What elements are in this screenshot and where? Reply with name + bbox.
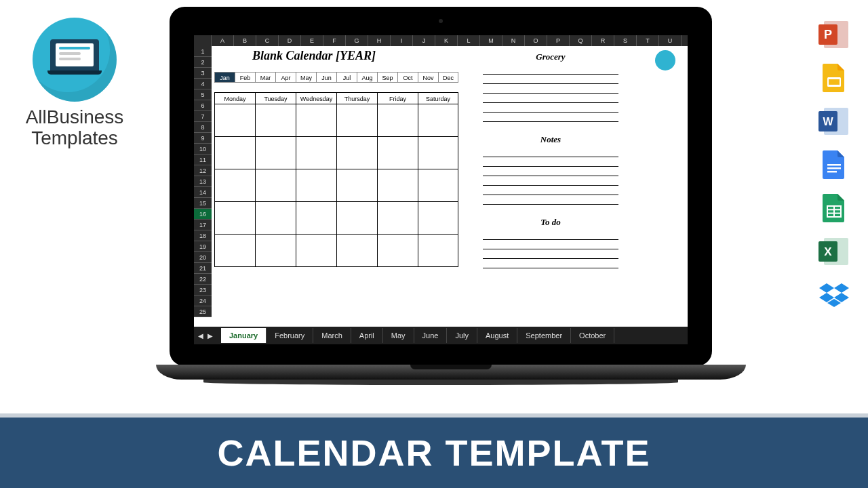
column-header[interactable]: F	[323, 35, 346, 46]
month-tab[interactable]: Apr	[275, 72, 296, 83]
column-header[interactable]: B	[234, 35, 256, 46]
row-header[interactable]: 17	[194, 220, 212, 230]
row-header[interactable]: 3	[194, 68, 212, 79]
list-line[interactable]	[483, 167, 618, 176]
month-tab[interactable]: Feb	[235, 72, 255, 83]
calendar-cell[interactable]	[418, 235, 458, 267]
calendar-cell[interactable]	[377, 169, 418, 202]
sheet-grid-area[interactable]: Blank Calendar [YEAR] JanFebMarAprMayJun…	[212, 46, 688, 327]
list-line[interactable]	[483, 195, 618, 205]
calendar-cell[interactable]	[336, 104, 377, 137]
calendar-cell[interactable]	[296, 202, 336, 235]
calendar-cell[interactable]	[214, 137, 255, 169]
calendar-cell[interactable]	[296, 235, 336, 267]
row-header[interactable]: 13	[194, 176, 212, 187]
calendar-cell[interactable]	[255, 104, 296, 137]
calendar-cell[interactable]	[214, 169, 255, 202]
sheet-tab[interactable]: January	[221, 328, 267, 343]
select-all-corner[interactable]	[194, 35, 212, 46]
next-tab-icon[interactable]: ▶	[208, 332, 213, 340]
calendar-cell[interactable]	[214, 235, 255, 267]
row-header[interactable]: 11	[194, 155, 212, 165]
list-line[interactable]	[483, 75, 618, 84]
row-header[interactable]: 1	[194, 46, 212, 57]
row-header[interactable]: 8	[194, 122, 212, 133]
month-tab[interactable]: Jun	[316, 72, 336, 83]
sheet-tab[interactable]: July	[447, 328, 477, 343]
calendar-cell[interactable]	[336, 235, 377, 267]
calendar-cell[interactable]	[255, 235, 296, 267]
list-line[interactable]	[483, 249, 618, 259]
row-header[interactable]: 10	[194, 144, 212, 155]
list-line[interactable]	[483, 148, 618, 157]
calendar-cell[interactable]	[418, 202, 458, 235]
row-header[interactable]: 12	[194, 165, 212, 176]
calendar-cell[interactable]	[336, 202, 377, 235]
month-tab[interactable]: Oct	[397, 72, 418, 83]
row-header[interactable]: 15	[194, 198, 212, 209]
row-header[interactable]: 19	[194, 241, 212, 252]
calendar-cell[interactable]	[418, 169, 458, 202]
list-line[interactable]	[483, 103, 618, 113]
tab-nav-arrows[interactable]: ◀ ▶	[198, 332, 213, 340]
month-tab[interactable]: Mar	[255, 72, 275, 83]
column-header[interactable]: K	[435, 35, 458, 46]
column-header[interactable]: A	[212, 35, 234, 46]
calendar-cell[interactable]	[255, 169, 296, 202]
sheet-tab[interactable]: May	[383, 328, 414, 343]
row-header[interactable]: 25	[194, 306, 212, 317]
row-header[interactable]: 14	[194, 187, 212, 198]
column-header[interactable]: S	[614, 35, 637, 46]
list-line[interactable]	[483, 186, 618, 195]
row-header[interactable]: 6	[194, 100, 212, 111]
column-header[interactable]: D	[279, 35, 301, 46]
list-line[interactable]	[483, 84, 618, 94]
column-header[interactable]: L	[458, 35, 480, 46]
list-line[interactable]	[483, 113, 618, 122]
calendar-cell[interactable]	[418, 104, 458, 137]
column-header[interactable]: G	[346, 35, 368, 46]
list-line[interactable]	[483, 94, 618, 103]
calendar-cell[interactable]	[296, 137, 336, 169]
calendar-cell[interactable]	[336, 137, 377, 169]
column-header[interactable]: P	[547, 35, 570, 46]
month-tab[interactable]: Dec	[438, 72, 458, 83]
column-header[interactable]: O	[525, 35, 547, 46]
month-tab[interactable]: May	[296, 72, 316, 83]
calendar-cell[interactable]	[214, 104, 255, 137]
row-header[interactable]: 2	[194, 57, 212, 68]
calendar-cell[interactable]	[255, 137, 296, 169]
month-tab[interactable]: Nov	[418, 72, 438, 83]
column-header[interactable]: U	[659, 35, 682, 46]
row-header[interactable]: 9	[194, 133, 212, 144]
calendar-cell[interactable]	[418, 137, 458, 169]
column-header[interactable]: T	[637, 35, 659, 46]
prev-tab-icon[interactable]: ◀	[198, 332, 203, 340]
column-header[interactable]: H	[368, 35, 391, 46]
sheet-tab[interactable]: April	[351, 328, 383, 343]
column-header[interactable]: M	[480, 35, 502, 46]
sheet-tab[interactable]: August	[477, 328, 517, 343]
sheet-tab[interactable]: February	[267, 328, 313, 343]
month-tab[interactable]: Jan	[214, 72, 235, 83]
list-line[interactable]	[483, 157, 618, 167]
calendar-cell[interactable]	[255, 202, 296, 235]
row-header[interactable]: 24	[194, 296, 212, 306]
calendar-cell[interactable]	[296, 104, 336, 137]
calendar-cell[interactable]	[296, 169, 336, 202]
month-tab[interactable]: Jul	[336, 72, 357, 83]
column-header[interactable]: C	[256, 35, 279, 46]
calendar-cell[interactable]	[377, 104, 418, 137]
month-tab[interactable]: Sep	[377, 72, 397, 83]
row-header[interactable]: 22	[194, 274, 212, 285]
sheet-tab[interactable]: September	[517, 328, 571, 343]
calendar-cell[interactable]	[377, 235, 418, 267]
calendar-cell[interactable]	[214, 202, 255, 235]
row-header[interactable]: 5	[194, 89, 212, 100]
row-header[interactable]: 4	[194, 79, 212, 89]
column-header[interactable]: E	[301, 35, 323, 46]
column-header[interactable]: R	[592, 35, 614, 46]
column-header[interactable]: J	[413, 35, 435, 46]
list-line[interactable]	[483, 230, 618, 240]
column-header[interactable]: I	[391, 35, 413, 46]
